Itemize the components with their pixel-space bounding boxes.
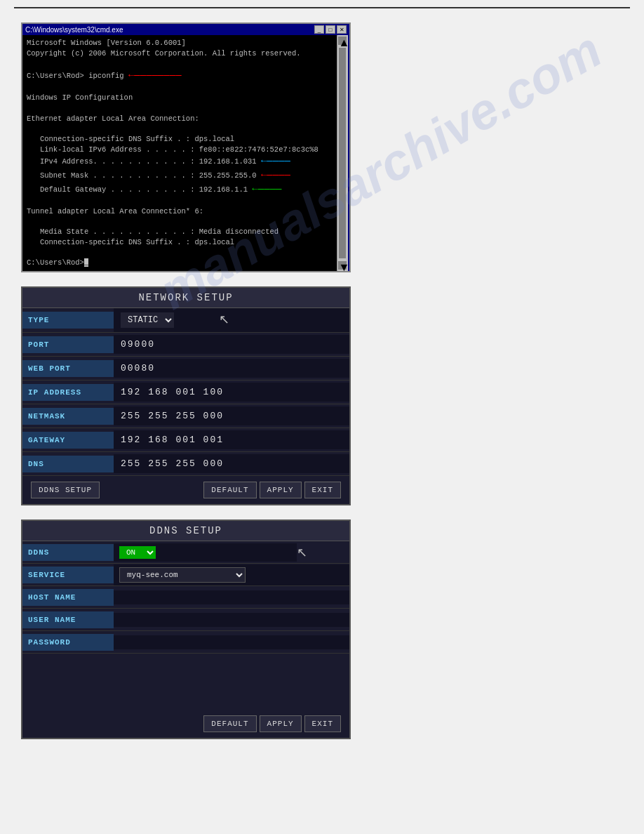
ddns-empty-space: [22, 654, 349, 710]
network-setup-footer: DDNS SETUP DEFAULT APPLY EXIT: [22, 476, 349, 504]
cmd-line-1: Microsoft Windows [Version 6.0.6001]: [27, 38, 333, 48]
default-button[interactable]: DEFAULT: [203, 482, 256, 498]
netmask-row: NETMASK 255 255 255 000: [22, 404, 349, 428]
cmd-line-blank2: [27, 103, 333, 114]
ddns-on-label: DDNS: [22, 544, 114, 561]
cmd-line-3: [27, 58, 333, 69]
cmd-line-gateway: Default Gateway . . . . . . . . . : 192.…: [27, 183, 333, 197]
cmd-title-text: C:\Windows\system32\cmd.exe: [25, 26, 123, 34]
web-port-label: WEB PORT: [22, 360, 114, 377]
user-name-value[interactable]: [114, 613, 349, 627]
cmd-controls: _ □ ✕: [314, 25, 347, 34]
cmd-line-ipconfig: C:\Users\Rod> ipconfig ←————————: [27, 69, 333, 83]
network-setup-panel: NETWORK SETUP TYPE STATIC DHCP ↖ PORT 09…: [21, 286, 351, 505]
cmd-line-dns2: Connection-specific DNS Suffix . : dps.l…: [27, 237, 333, 248]
cmd-line-eth: Ethernet adapter Local Area Connection:: [27, 114, 333, 124]
cmd-line-blank5: [27, 217, 333, 227]
ddns-default-button[interactable]: DEFAULT: [203, 715, 256, 732]
ip-address-value: 192 168 001 100: [114, 383, 349, 402]
cursor-arrow-2: ↖: [297, 545, 307, 560]
network-setup-body: TYPE STATIC DHCP ↖ PORT 09000 WEB PORT 0…: [22, 308, 349, 504]
network-setup-title: NETWORK SETUP: [22, 288, 349, 308]
cmd-line-prompt: C:\Users\Rod>_: [27, 258, 333, 268]
host-name-input[interactable]: [119, 593, 344, 602]
cmd-line-dns: Connection-specific DNS Suffix . : dps.l…: [27, 134, 333, 145]
cmd-line-blank3: [27, 124, 333, 134]
password-input[interactable]: [119, 638, 344, 647]
cmd-line-blank4: [27, 196, 333, 206]
dns-label: DNS: [22, 456, 114, 472]
cmd-window: C:\Windows\system32\cmd.exe _ □ ✕ Micros…: [21, 22, 351, 272]
service-row: SERVICE myq-see.com dyndns.com no-ip.com: [22, 564, 349, 586]
ddns-apply-button[interactable]: APPLY: [260, 715, 302, 732]
ddns-on-select[interactable]: ON OFF: [119, 546, 156, 559]
scrollbar-up[interactable]: ▲: [338, 37, 347, 45]
cmd-close[interactable]: ✕: [337, 25, 347, 34]
scrollbar-thumb[interactable]: [339, 48, 346, 258]
ddns-on-value: ON OFF: [114, 543, 297, 562]
netmask-value: 255 255 255 000: [114, 406, 349, 425]
gateway-value: 192 168 001 001: [114, 430, 349, 449]
user-name-input[interactable]: [119, 616, 344, 624]
type-select[interactable]: STATIC DHCP: [121, 312, 174, 328]
port-row: PORT 09000: [22, 333, 349, 357]
cmd-line-blank1: [27, 83, 333, 93]
user-name-row: USER NAME: [22, 609, 349, 631]
port-label: PORT: [22, 336, 114, 353]
service-label: SERVICE: [22, 567, 114, 583]
service-select[interactable]: myq-see.com dyndns.com no-ip.com: [119, 567, 246, 583]
host-name-row: HOST NAME: [22, 586, 349, 609]
cursor-arrow-1: ↖: [219, 312, 229, 327]
type-label: TYPE: [22, 312, 114, 329]
host-name-value[interactable]: [114, 590, 349, 604]
service-value: myq-see.com dyndns.com no-ip.com: [114, 564, 349, 585]
gateway-row: GATEWAY 192 168 001 001: [22, 428, 349, 452]
user-name-label: USER NAME: [22, 611, 114, 628]
ip-address-row: IP ADDRESS 192 168 001 100: [22, 380, 349, 404]
password-label: PASSWORD: [22, 634, 114, 651]
ddns-setup-panel: DDNS SETUP DDNS ON OFF ↖ SERVICE myq-see…: [21, 519, 351, 739]
web-port-row: WEB PORT 00080: [22, 357, 349, 380]
port-value: 09000: [114, 335, 349, 354]
ddns-setup-body: DDNS ON OFF ↖ SERVICE myq-see.com dyndns…: [22, 541, 349, 738]
cmd-titlebar: C:\Windows\system32\cmd.exe _ □ ✕: [22, 24, 349, 35]
web-port-value: 00080: [114, 359, 349, 378]
dns-value: 255 255 255 000: [114, 454, 349, 473]
netmask-label: NETMASK: [22, 408, 114, 425]
ddns-setup-button[interactable]: DDNS SETUP: [31, 482, 100, 498]
apply-button[interactable]: APPLY: [260, 482, 302, 498]
type-value: STATIC DHCP: [114, 308, 349, 332]
cmd-line-ipv4: IPv4 Address. . . . . . . . . . . : 192.…: [27, 154, 333, 168]
cmd-minimize[interactable]: _: [314, 25, 324, 34]
ip-address-label: IP ADDRESS: [22, 384, 114, 401]
cmd-line-blank6: [27, 248, 333, 258]
cmd-line-subnet: Subnet Mask . . . . . . . . . . . : 255.…: [27, 168, 333, 183]
scrollbar-down[interactable]: ▼: [338, 261, 347, 270]
cmd-line-media: Media State . . . . . . . . . . . : Medi…: [27, 227, 333, 237]
dns-row: DNS 255 255 255 000: [22, 452, 349, 476]
ddns-on-row: DDNS ON OFF ↖: [22, 541, 349, 564]
cmd-line-tunnel: Tunnel adapter Local Area Connection* 6:: [27, 206, 333, 217]
ddns-footer-buttons: DEFAULT APPLY EXIT: [203, 715, 341, 732]
cmd-line-ipv6: Link-local IPv6 Address . . . . . : fe80…: [27, 145, 333, 155]
cmd-line-wip: Windows IP Configuration: [27, 93, 333, 103]
exit-button[interactable]: EXIT: [304, 482, 341, 498]
host-name-label: HOST NAME: [22, 589, 114, 606]
cmd-maximize[interactable]: □: [326, 25, 335, 34]
cmd-body: Microsoft Windows [Version 6.0.6001] Cop…: [22, 35, 337, 271]
type-row: TYPE STATIC DHCP ↖: [22, 308, 349, 333]
ddns-exit-button[interactable]: EXIT: [304, 715, 341, 732]
cmd-line-2: Copyright (c) 2006 Microsoft Corporation…: [27, 48, 333, 59]
ddns-setup-footer: DEFAULT APPLY EXIT: [22, 710, 349, 738]
password-value[interactable]: [114, 635, 349, 649]
password-row: PASSWORD: [22, 631, 349, 654]
footer-buttons: DEFAULT APPLY EXIT: [203, 482, 341, 498]
gateway-label: GATEWAY: [22, 432, 114, 449]
ddns-setup-title: DDNS SETUP: [22, 521, 349, 541]
